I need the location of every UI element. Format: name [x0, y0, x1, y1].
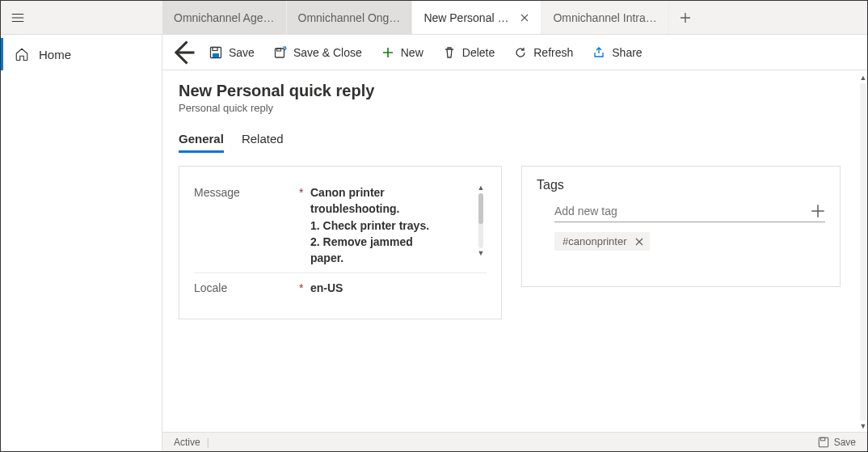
plus-icon — [811, 204, 825, 218]
save-button[interactable]: Save — [201, 41, 263, 64]
add-tag-button[interactable] — [811, 204, 825, 218]
cmd-label: Delete — [462, 46, 495, 59]
save-icon — [209, 46, 222, 59]
back-arrow-icon — [169, 38, 198, 67]
content-area: New Personal quick reply Personal quick … — [162, 70, 867, 432]
scroll-thumb[interactable] — [478, 193, 483, 224]
svg-rect-2 — [213, 53, 219, 57]
cmd-label: New — [401, 46, 423, 59]
form-tabs: General Related — [179, 129, 851, 153]
add-tag-row[interactable] — [554, 201, 825, 222]
tab-label: Omnichannel Ong… — [298, 11, 401, 24]
cmd-label: Save — [229, 46, 255, 59]
refresh-icon — [514, 46, 527, 59]
home-icon — [15, 47, 29, 61]
tab-omnichannel-agent[interactable]: Omnichannel Age… — [162, 1, 287, 34]
share-button[interactable]: Share — [584, 41, 650, 64]
cmd-label: Save & Close — [293, 46, 362, 59]
required-indicator: * — [299, 280, 310, 294]
status-save-button[interactable]: Save — [818, 437, 856, 448]
page-title: New Personal quick reply — [179, 82, 851, 100]
svg-rect-6 — [820, 437, 824, 441]
plus-icon — [680, 12, 691, 23]
close-icon — [635, 238, 643, 246]
tags-panel: Tags #canonprinter — [521, 166, 841, 287]
share-icon — [592, 46, 605, 59]
command-bar: Save Save & Close New Delete Refresh — [162, 35, 867, 70]
refresh-button[interactable]: Refresh — [506, 41, 581, 64]
document-tabs: Omnichannel Age… Omnichannel Ong… New Pe… — [162, 1, 702, 34]
tab-new-personal-quick-reply[interactable]: New Personal quick reply — [412, 1, 541, 34]
status-bar: Active | Save — [162, 432, 867, 451]
delete-button[interactable]: Delete — [435, 41, 503, 64]
close-icon — [520, 13, 529, 23]
field-message[interactable]: Message * Canon printer troubleshooting.… — [194, 178, 487, 273]
field-value[interactable]: en-US — [310, 280, 487, 296]
sidebar: Home — [1, 35, 162, 451]
field-label: Locale — [194, 280, 299, 294]
page-subtitle: Personal quick reply — [179, 102, 851, 114]
new-tab-button[interactable] — [669, 1, 702, 34]
tab-label: New Personal quick reply — [423, 11, 512, 24]
menu-icon — [11, 11, 25, 25]
svg-rect-4 — [276, 49, 280, 51]
sidebar-item-home[interactable]: Home — [1, 38, 162, 70]
svg-rect-5 — [819, 437, 828, 446]
scroll-up-icon[interactable]: ▲ — [860, 72, 867, 83]
plus-icon — [381, 46, 394, 59]
scroll-down-icon[interactable]: ▼ — [860, 420, 867, 432]
field-value[interactable]: Canon printer troubleshooting. 1. Check … — [310, 184, 470, 266]
record-state: Active — [174, 437, 200, 448]
top-bar: Omnichannel Age… Omnichannel Ong… New Pe… — [1, 1, 867, 35]
trash-icon — [443, 46, 456, 59]
tab-related[interactable]: Related — [242, 129, 284, 153]
field-label: Message — [194, 184, 299, 199]
scroll-up-icon[interactable]: ▲ — [478, 184, 485, 192]
remove-tag-button[interactable] — [635, 238, 643, 246]
message-scrollbar[interactable]: ▲ ▼ — [475, 184, 487, 257]
scroll-track[interactable] — [478, 193, 483, 248]
close-tab-button[interactable] — [520, 13, 529, 23]
tag-chip[interactable]: #canonprinter — [554, 232, 650, 251]
fields-panel: Message * Canon printer troubleshooting.… — [179, 166, 502, 319]
scroll-down-icon[interactable]: ▼ — [478, 250, 485, 257]
cmd-label: Refresh — [533, 46, 573, 59]
status-save-label: Save — [834, 437, 856, 448]
field-locale[interactable]: Locale * en-US — [194, 273, 487, 302]
tab-general[interactable]: General — [179, 129, 224, 153]
back-button[interactable] — [169, 38, 198, 67]
hamburger-button[interactable] — [1, 1, 35, 34]
tab-omnichannel-intraday[interactable]: Omnichannel Intra… — [541, 1, 668, 34]
tags-title: Tags — [537, 178, 825, 192]
save-close-icon — [274, 46, 287, 59]
scroll-track[interactable] — [860, 83, 866, 420]
tab-omnichannel-ongoing[interactable]: Omnichannel Ong… — [287, 1, 413, 34]
sidebar-item-label: Home — [39, 48, 71, 61]
required-indicator: * — [299, 184, 310, 199]
tab-label: Omnichannel Intra… — [553, 11, 656, 24]
new-button[interactable]: New — [373, 41, 432, 64]
save-icon — [818, 437, 829, 448]
save-and-close-button[interactable]: Save & Close — [266, 41, 370, 64]
main-region: Save Save & Close New Delete Refresh — [162, 35, 867, 451]
cmd-label: Share — [612, 46, 642, 59]
tab-label: Omnichannel Age… — [174, 11, 275, 24]
svg-rect-1 — [213, 47, 217, 50]
add-tag-input[interactable] — [554, 205, 811, 218]
tag-chip-label: #canonprinter — [563, 235, 627, 247]
main-scrollbar[interactable]: ▲ ▼ — [859, 72, 867, 432]
